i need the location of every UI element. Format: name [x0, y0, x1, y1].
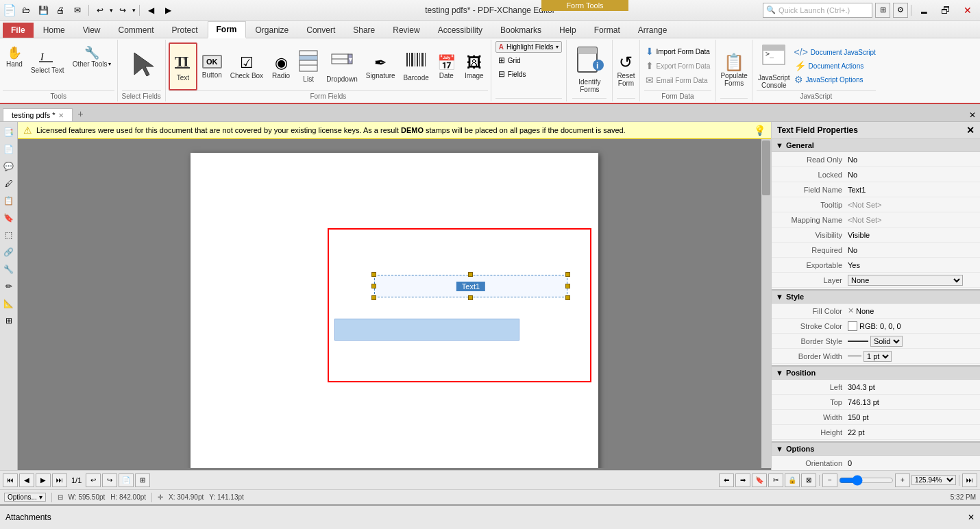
lt-btn-11[interactable]: 📐	[1, 296, 16, 311]
import-form-data-button[interactable]: ⬇ Import Form Data	[644, 45, 712, 58]
document-javascript-button[interactable]: </> Document JavaScript	[794, 47, 876, 58]
close-doc-area-button[interactable]: ✕	[965, 109, 980, 121]
vertical-scrollbar[interactable]	[761, 139, 771, 468]
tab-share[interactable]: Share	[345, 23, 383, 38]
layer-select[interactable]: None	[848, 275, 963, 286]
tab-protect[interactable]: Protect	[164, 23, 206, 38]
zoom-select[interactable]: 125.94%	[911, 475, 956, 485]
tab-form[interactable]: Form	[208, 21, 246, 38]
lt-btn-9[interactable]: 🔧	[1, 262, 16, 277]
nav-secure-button[interactable]: 🔒	[785, 473, 800, 487]
lt-btn-4[interactable]: 🖊	[1, 176, 16, 191]
handle-bm[interactable]	[468, 295, 473, 300]
undo-button[interactable]: ↩	[93, 3, 108, 17]
tab-comment[interactable]: Comment	[110, 23, 162, 38]
nav-first-button[interactable]: ⏮	[3, 473, 18, 487]
tab-view[interactable]: View	[75, 23, 109, 38]
select-fields-button[interactable]	[123, 41, 160, 90]
config-button[interactable]: ⚙	[893, 3, 908, 18]
nav-bookmark-button[interactable]: 🔖	[752, 473, 767, 487]
document-actions-button[interactable]: ⚡ Document Actions	[794, 60, 876, 71]
tab-help[interactable]: Help	[551, 23, 585, 38]
nav-right-button[interactable]: ➡	[735, 473, 750, 487]
border-width-select[interactable]: 1 pt	[863, 351, 892, 362]
nav-snapshot-button[interactable]: 📄	[119, 473, 134, 487]
lt-btn-1[interactable]: 📑	[1, 125, 16, 140]
radio-tool-button[interactable]: ◉ Radio	[268, 42, 294, 90]
nav-grid-button[interactable]: ⊞	[135, 473, 150, 487]
text-field-button[interactable]: T I Text	[169, 42, 197, 90]
hand-tool-button[interactable]: ✋ Hand	[3, 42, 26, 71]
date-tool-button[interactable]: 📅 Date	[434, 42, 459, 90]
handle-ml[interactable]	[371, 284, 376, 288]
minimize-button[interactable]: 🗕	[914, 3, 933, 18]
nav-select-button[interactable]: ✂	[768, 473, 783, 487]
javascript-options-button[interactable]: ⚙ JavaScript Options	[794, 74, 876, 85]
zoom-slider[interactable]	[839, 475, 894, 486]
back-button[interactable]: ◀	[143, 3, 158, 17]
attachments-close-button[interactable]: ✕	[968, 513, 975, 522]
nav-last-button[interactable]: ⏭	[52, 473, 67, 487]
export-form-data-button[interactable]: ⬆ Export Form Data	[644, 60, 712, 72]
signature-tool-button[interactable]: ✒ Signature	[363, 42, 399, 90]
redo-button[interactable]: ↪	[115, 3, 130, 17]
lt-btn-2[interactable]: 📄	[1, 142, 16, 157]
scrollbar-thumb[interactable]	[762, 140, 770, 195]
other-tools-button[interactable]: 🔧 Other Tools ▾	[69, 42, 114, 71]
lt-btn-10[interactable]: ✏	[1, 279, 16, 294]
quick-launch-box[interactable]: 🔍 Quick Launch (Ctrl+.)	[763, 3, 872, 18]
button-tool-button[interactable]: OK Button	[199, 42, 225, 90]
doc-scroll-area[interactable]: Text1	[18, 139, 771, 468]
tab-review[interactable]: Review	[384, 23, 428, 38]
zoom-in-button[interactable]: +	[895, 473, 910, 487]
handle-br[interactable]	[565, 295, 570, 300]
warning-info-button[interactable]: 💡	[754, 125, 765, 136]
tab-home[interactable]: Home	[35, 23, 73, 38]
text-field-container[interactable]: Text1	[374, 275, 567, 297]
handle-mr[interactable]	[565, 284, 570, 288]
highlight-fields-button[interactable]: A Highlight Fields ▾	[495, 41, 563, 53]
javascript-console-button[interactable]: >_ JavaScriptConsole	[757, 41, 792, 90]
border-style-value[interactable]: Solid	[848, 336, 976, 347]
lt-btn-3[interactable]: 💬	[1, 159, 16, 174]
dropdown-tool-button[interactable]: ▾ Dropdown	[323, 42, 361, 90]
position-section-header[interactable]: ▼ Position	[772, 365, 980, 380]
undo-arrow[interactable]: ▾	[110, 7, 113, 14]
identify-forms-button[interactable]: i IdentifyForms	[572, 41, 607, 98]
save-button[interactable]: 💾	[36, 3, 51, 17]
nav-left-button[interactable]: ⬅	[719, 473, 734, 487]
handle-tm[interactable]	[468, 272, 473, 277]
lt-btn-7[interactable]: ⬚	[1, 227, 16, 243]
nav-end-button[interactable]: ⏭	[962, 473, 977, 487]
border-style-select[interactable]: Solid	[870, 336, 903, 347]
panel-close-button[interactable]: ✕	[966, 125, 975, 136]
options-button[interactable]: Options... ▾	[4, 493, 46, 502]
tab-bookmarks[interactable]: Bookmarks	[492, 23, 550, 38]
screen-options-button[interactable]: ⊞	[875, 3, 890, 18]
lt-btn-8[interactable]: 🔗	[1, 245, 16, 260]
handle-bl[interactable]	[371, 295, 376, 300]
lt-btn-6[interactable]: 🔖	[1, 210, 16, 225]
options-section-header[interactable]: ▼ Options	[772, 441, 980, 456]
restore-button[interactable]: 🗗	[936, 3, 955, 18]
new-button[interactable]: 🗁	[19, 3, 34, 17]
handle-tl[interactable]	[371, 272, 376, 277]
nav-forward-button[interactable]: ↪	[102, 473, 117, 487]
close-button[interactable]: ✕	[958, 3, 977, 18]
populate-forms-button[interactable]: 📋 PopulateForms	[720, 41, 747, 98]
tab-format[interactable]: Format	[586, 23, 628, 38]
tab-organize[interactable]: Organize	[247, 23, 297, 38]
layer-value[interactable]: None	[848, 275, 976, 286]
handle-tr[interactable]	[565, 272, 570, 277]
tab-close-button[interactable]: ✕	[58, 112, 64, 119]
general-section-header[interactable]: ▼ General	[772, 139, 980, 152]
tab-file[interactable]: File	[3, 23, 34, 38]
blue-form-field[interactable]	[334, 319, 519, 341]
zoom-out-button[interactable]: −	[822, 473, 837, 487]
tab-accessibility[interactable]: Accessibility	[430, 23, 491, 38]
nav-close-button[interactable]: ⊠	[801, 473, 816, 487]
list-tool-button[interactable]: List	[295, 42, 321, 90]
redo-arrow[interactable]: ▾	[132, 7, 136, 14]
grid-button[interactable]: ⊞ Grid	[495, 54, 563, 66]
forward-button[interactable]: ▶	[160, 3, 175, 17]
